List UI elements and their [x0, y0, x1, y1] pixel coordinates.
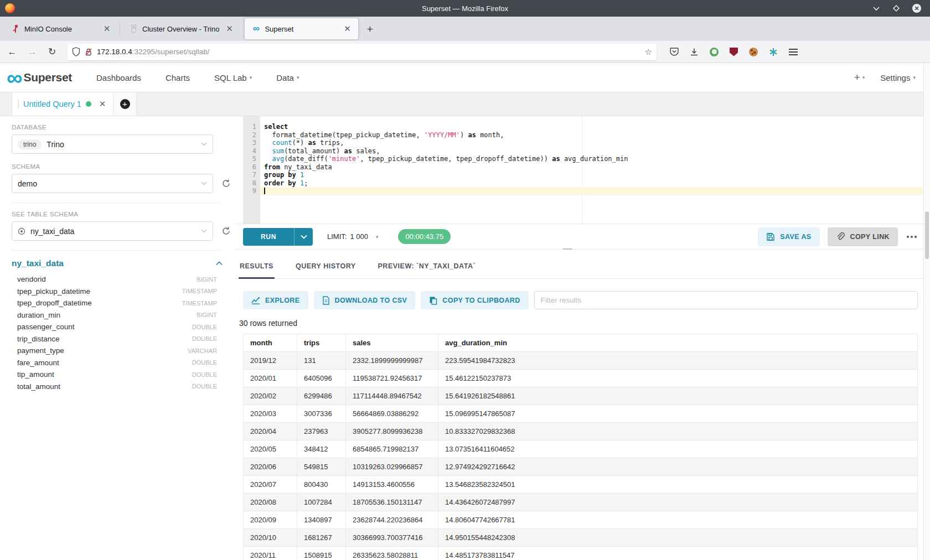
grid-cell: 117114448.89467542: [346, 387, 438, 405]
sql-editor[interactable]: 123456789 select format_datetime(tpep_pi…: [235, 116, 930, 224]
nav-item-data[interactable]: Data▾: [276, 73, 299, 82]
caret-down-icon: ▾: [250, 75, 252, 80]
tracking-shield-icon[interactable]: [72, 47, 80, 56]
grid-cell: 3007336: [297, 405, 346, 423]
grid-cell: 223.59541984732823: [438, 352, 918, 370]
editor-code-area[interactable]: select format_datetime(tpep_pickup_datet…: [260, 116, 930, 224]
grid-row: 2020/11150891526335623.5802881114.485173…: [244, 547, 918, 560]
grid-row: 2020/0780043014913153.460055613.54682358…: [244, 476, 918, 494]
grid-header-cell[interactable]: sales: [346, 334, 438, 352]
query-tab[interactable]: Untitled Query 1 ✕: [12, 92, 113, 116]
copy-link-button[interactable]: COPY LINK: [828, 227, 898, 246]
close-window-icon[interactable]: ✕: [912, 4, 921, 13]
table-eye-icon: [18, 227, 25, 235]
column-row[interactable]: passenger_countDOUBLE: [12, 321, 217, 333]
window-title: Superset — Mozilla Firefox: [0, 4, 930, 13]
limit-dropdown[interactable]: LIMIT: 1 000 ▾: [327, 232, 378, 241]
browser-tab[interactable]: Cluster Overview - Trino✕: [122, 18, 240, 39]
minimize-icon[interactable]: [872, 6, 880, 11]
caret-down-icon: ▾: [297, 75, 299, 80]
column-row[interactable]: duration_minBIGINT: [12, 309, 217, 322]
reload-button[interactable]: ↻: [44, 44, 60, 60]
back-button[interactable]: ←: [4, 44, 20, 60]
column-row[interactable]: total_amountDOUBLE: [12, 381, 217, 393]
results-tab[interactable]: PREVIEW: `NY_TAXI_DATA`: [377, 262, 477, 278]
results-tab[interactable]: RESULTS: [239, 262, 275, 278]
cookie-extension-icon[interactable]: [749, 48, 758, 56]
tab-close-icon[interactable]: ✕: [224, 23, 235, 34]
schema-select[interactable]: demo: [12, 174, 213, 193]
grid-cell: 1508915: [297, 547, 346, 560]
run-options-chevron-icon[interactable]: [294, 228, 313, 246]
grid-header-cell[interactable]: trips: [297, 334, 346, 352]
grid-cell: 14.485173783811547: [438, 547, 918, 560]
grid-cell: 3905277.8099936238: [346, 423, 438, 440]
nav-item-dashboards[interactable]: Dashboards: [96, 73, 141, 82]
results-tab[interactable]: QUERY HISTORY: [294, 262, 357, 278]
explore-button[interactable]: EXPLORE: [243, 291, 308, 309]
more-options-icon[interactable]: [907, 236, 917, 238]
bookmark-star-icon[interactable]: ☆: [645, 47, 652, 57]
column-type: TIMESTAMP: [182, 300, 217, 307]
maximize-icon[interactable]: [892, 4, 900, 12]
query-tab-close-icon[interactable]: ✕: [99, 99, 106, 109]
nav-item-charts[interactable]: Charts: [166, 73, 190, 82]
chevron-up-icon[interactable]: [216, 261, 223, 266]
new-tab-button[interactable]: +: [361, 21, 378, 38]
scrollbar-thumb[interactable]: [925, 211, 929, 259]
grid-row: 2020/026299486117114448.8946754215.64192…: [244, 387, 918, 405]
refresh-schema-icon[interactable]: [221, 179, 231, 188]
browser-tab[interactable]: ∞Superset✕: [245, 18, 358, 39]
forward-button[interactable]: →: [24, 44, 40, 60]
database-select[interactable]: trino Trino: [12, 134, 213, 154]
elapsed-time-badge: 00:00:43.75: [398, 229, 451, 244]
page-scrollbar[interactable]: [923, 63, 930, 560]
url-bar[interactable]: 172.18.0.4:32295/superset/sqllab/ ☆: [68, 44, 657, 60]
query-tab-strip: Untitled Query 1 ✕ +: [0, 92, 930, 116]
column-row[interactable]: trip_distanceDOUBLE: [12, 333, 217, 345]
add-query-tab-button[interactable]: +: [113, 92, 137, 116]
drag-grip-icon[interactable]: [18, 100, 19, 108]
superset-logo[interactable]: ∞ Superset: [7, 69, 72, 86]
browser-tab-label: Superset: [265, 25, 337, 33]
tab-close-icon[interactable]: ✕: [101, 23, 112, 34]
grid-cell: 2020/08: [244, 494, 297, 511]
extension-green-icon[interactable]: [710, 48, 719, 56]
pocket-icon[interactable]: [670, 48, 679, 56]
insecure-lock-icon[interactable]: [85, 48, 92, 56]
table-schema-select[interactable]: ny_taxi_data: [12, 221, 213, 241]
column-row[interactable]: tpep_dropoff_datetimeTIMESTAMP: [12, 297, 217, 309]
download-csv-button[interactable]: DOWNLOAD TO CSV: [314, 291, 416, 309]
column-row[interactable]: payment_typeVARCHAR: [12, 345, 217, 357]
grid-cell: 15.46122150237873: [438, 370, 918, 387]
grid-row: 2020/03300733656664869.0388629215.096995…: [244, 405, 918, 423]
grid-row: 2020/10168126730366993.70037741614.95015…: [244, 529, 918, 547]
grid-cell: 13.546823582324501: [438, 476, 918, 494]
save-as-button[interactable]: SAVE AS: [758, 227, 819, 246]
see-table-schema-label: SEE TABLE SCHEMA: [12, 211, 235, 217]
grid-header-cell[interactable]: month: [244, 334, 297, 352]
column-row[interactable]: tip_amountDOUBLE: [12, 369, 217, 381]
column-row[interactable]: fare_amountDOUBLE: [12, 357, 217, 369]
tab-close-icon[interactable]: ✕: [342, 23, 353, 34]
column-row[interactable]: tpep_pickup_datetimeTIMESTAMP: [12, 286, 217, 298]
menu-hamburger-icon[interactable]: [789, 49, 798, 55]
column-type: BIGINT: [197, 312, 217, 318]
refresh-table-icon[interactable]: [221, 226, 231, 236]
browser-tab[interactable]: MinIO Console✕: [4, 18, 118, 39]
table-section-header[interactable]: ny_taxi_data: [12, 258, 223, 268]
code-line: [260, 187, 930, 195]
browser-toolbar: ← → ↻ 172.18.0.4:32295/superset/sqllab/ …: [0, 41, 930, 63]
column-row[interactable]: vendoridBIGINT: [12, 273, 217, 286]
grid-cell: 6405096: [297, 370, 346, 387]
filter-results-input[interactable]: [534, 291, 918, 309]
run-button[interactable]: RUN: [243, 228, 313, 246]
ublock-origin-icon[interactable]: [730, 48, 738, 56]
downloads-icon[interactable]: [690, 48, 699, 56]
extension-asterisk-icon[interactable]: [769, 48, 778, 56]
copy-clipboard-button[interactable]: COPY TO CLIPBOARD: [421, 291, 528, 309]
add-new-button[interactable]: +▾: [854, 71, 865, 84]
nav-item-sql-lab[interactable]: SQL Lab▾: [214, 73, 252, 82]
grid-header-cell[interactable]: avg_duration_min: [438, 334, 918, 352]
settings-menu[interactable]: Settings▾: [880, 73, 916, 82]
